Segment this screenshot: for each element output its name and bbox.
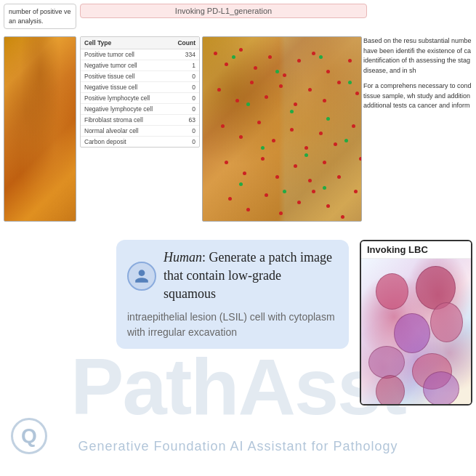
cell-dot-green (326, 117, 330, 121)
lbc-cell (423, 371, 459, 404)
cell-dot-red (246, 208, 250, 211)
table-row: Negative tissue cell0 (81, 82, 199, 93)
cell-dot-red (235, 99, 239, 102)
cell-dot-red (257, 121, 261, 124)
chat-header: Human: Generate a patch image that conta… (127, 249, 338, 304)
cell-dot-red (341, 215, 344, 219)
table-row: Carbon deposit0 (81, 137, 199, 148)
cell-type-name: Carbon deposit (81, 137, 169, 148)
cell-dot-red (348, 59, 352, 62)
cell-dot-red (337, 81, 341, 84)
human-label: Human (164, 250, 202, 265)
cell-dot-red (312, 52, 315, 55)
col-header-count: Count (169, 37, 199, 49)
cell-count-table: Cell Type Count Positive tumor cell334Ne… (81, 37, 199, 147)
cell-dot-red (326, 204, 330, 208)
cell-type-name: Fibroblast stroma cell (81, 115, 169, 126)
cell-dot-red (352, 124, 355, 128)
top-left-text: number of positive ve an analysis. (9, 8, 71, 25)
cell-count: 0 (169, 82, 199, 93)
lbc-box: Invoking LBC (360, 240, 472, 406)
cell-count: 0 (169, 104, 199, 115)
cell-dot-red (268, 55, 272, 59)
cell-dot-red (323, 161, 326, 164)
cell-dot-green (290, 110, 294, 113)
cell-dot-red (355, 92, 359, 95)
cell-dot-red (326, 70, 330, 73)
tissue-image-center (202, 36, 362, 222)
cell-dot-red (279, 211, 283, 215)
cell-dot-red (334, 142, 337, 146)
cell-dot-red (308, 179, 312, 182)
cell-count: 0 (169, 126, 199, 137)
table-row: Positive tissue cell0 (81, 71, 199, 82)
cell-dot-red (294, 102, 297, 106)
cell-dot-red (294, 164, 297, 168)
right-text-panel: Based on the resu substantial numbe have… (363, 36, 476, 222)
cell-dot-red (261, 157, 265, 161)
pdl1-label: Invoking PD-L1_generation (175, 7, 272, 15)
cell-dot-red (254, 66, 257, 70)
table-row: Normal alveolar cell0 (81, 126, 199, 137)
table-row: Negative tumor cell1 (81, 60, 199, 71)
cell-dot-green (283, 190, 286, 193)
cell-dot-green (239, 182, 243, 186)
cell-type-name: Negative tissue cell (81, 82, 169, 93)
cell-dot-green (275, 70, 279, 73)
pdl1-invocation-box: Invoking PD-L1_generation (80, 4, 367, 18)
cell-dot-red (319, 132, 323, 135)
lbc-cell (368, 346, 405, 379)
cell-dot-green (319, 55, 323, 59)
cell-dot-red (323, 99, 326, 102)
top-left-info-box: number of positive ve an analysis. (4, 4, 76, 29)
table-row: Positive lymphocyte cell0 (81, 93, 199, 104)
top-section: number of positive ve an analysis. Invok… (0, 0, 476, 229)
cell-dot-green (348, 81, 352, 84)
cell-dot-red (290, 128, 294, 132)
cell-dot-green (246, 102, 250, 106)
cell-dot-red (265, 95, 268, 99)
cell-dot-red (312, 190, 315, 193)
cell-count-table-container: Cell Type Count Positive tumor cell334Ne… (80, 36, 200, 148)
cell-dot-red (217, 88, 221, 92)
table-row: Negative lymphocyte cell0 (81, 104, 199, 115)
cell-dot-red (279, 84, 283, 88)
lbc-cell (394, 313, 430, 353)
cell-dot-red (304, 146, 308, 150)
cell-count: 63 (169, 115, 199, 126)
cell-dot-green (344, 139, 348, 142)
cell-dot-red (250, 81, 254, 84)
lbc-cell (376, 375, 405, 404)
cell-count: 0 (169, 71, 199, 82)
cell-type-name: Negative lymphocyte cell (81, 104, 169, 115)
chat-continuation: intraepithelial lesion (LSIL) cell with … (127, 310, 338, 340)
cell-dot-green (323, 186, 326, 190)
cell-type-name: Positive tumor cell (81, 49, 169, 60)
cell-type-name: Positive lymphocyte cell (81, 93, 169, 104)
cell-type-name: Negative tumor cell (81, 60, 169, 71)
cell-dot-red (239, 135, 243, 139)
cell-dot-green (304, 153, 308, 157)
q-icon: Q (11, 418, 47, 454)
cell-dot-green (232, 55, 235, 59)
cell-dot-red (214, 52, 217, 55)
cell-count: 0 (169, 137, 199, 148)
cell-dot-red (265, 193, 268, 197)
cell-dot-red (283, 73, 286, 77)
cell-dot-red (275, 175, 279, 179)
cell-dot-red (297, 59, 301, 62)
cell-dot-red (354, 190, 358, 193)
table-row: Positive tumor cell334 (81, 49, 199, 60)
chat-human-label: Human: Generate a patch image that conta… (164, 249, 338, 304)
table-row: Fibroblast stroma cell63 (81, 115, 199, 126)
right-text-p2: For a comprehens necessary to cond tissu… (363, 81, 476, 111)
cell-dot-red (225, 62, 228, 66)
cell-dot-red (239, 48, 243, 52)
cell-count: 334 (169, 49, 199, 60)
lbc-image (361, 259, 471, 404)
cell-dot-red (221, 124, 225, 128)
cell-dot-red (225, 161, 228, 164)
lbc-header: Invoking LBC (361, 241, 471, 259)
cell-dot-red (359, 157, 362, 161)
cell-dot-red (297, 201, 301, 204)
